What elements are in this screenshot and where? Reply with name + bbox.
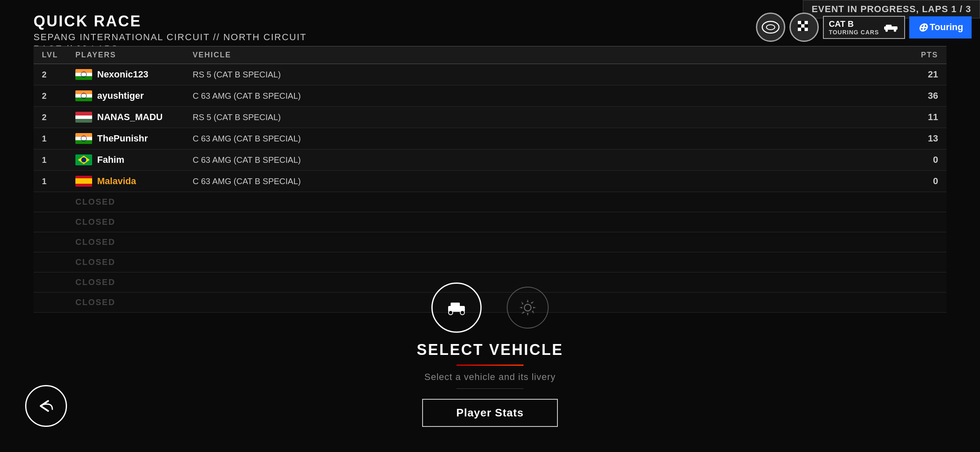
select-vehicle-label: SELECT VEHICLE: [417, 341, 563, 359]
select-livery-label: Select a vehicle and its livery: [424, 372, 555, 383]
pts-text: 0: [888, 154, 938, 165]
player-cell: Nexonic123: [75, 69, 193, 80]
race-subtitle: SEPANG INTERNATIONAL CIRCUIT // NORTH CI…: [34, 32, 307, 43]
table-row-closed: CLOSED: [34, 252, 946, 272]
header-players: PLAYERS: [75, 51, 193, 59]
svg-point-18: [460, 311, 464, 315]
svg-rect-3: [801, 21, 805, 24]
cat-b-badge: CAT B TOURING CARS: [823, 16, 905, 39]
flag-spain: [75, 176, 92, 187]
table-row-closed: CLOSED: [34, 232, 946, 252]
row-lvl: 1: [42, 155, 75, 165]
row-lvl: 2: [42, 70, 75, 80]
svg-point-13: [885, 29, 888, 32]
table-row: 1 Malavida C 63 AMG (CAT B SPECIAL) 0: [34, 171, 946, 192]
flag-brazil: [75, 154, 92, 165]
svg-rect-9: [801, 28, 805, 31]
checkered-flag-icon: [789, 13, 819, 42]
player-name: NANAS_MADU: [97, 112, 162, 123]
row-lvl: 2: [42, 113, 75, 122]
cat-b-line2: TOURING CARS: [829, 29, 879, 36]
svg-rect-8: [798, 28, 801, 31]
flag-india: [75, 133, 92, 144]
top-icons-area: CAT B TOURING CARS ⊕ Touring: [756, 13, 972, 42]
pts-text: 0: [888, 176, 938, 187]
pts-text: 11: [888, 112, 938, 123]
back-button[interactable]: [25, 385, 67, 427]
vehicle-text: RS 5 (CAT B SPECIAL): [193, 70, 888, 80]
svg-point-1: [766, 25, 775, 30]
vehicle-text: C 63 AMG (CAT B SPECIAL): [193, 91, 888, 101]
closed-label: CLOSED: [75, 217, 193, 227]
svg-rect-10: [805, 28, 808, 31]
player-cell: ThePunishr: [75, 133, 193, 144]
bottom-section: SELECT VEHICLE Select a vehicle and its …: [0, 282, 980, 427]
svg-point-14: [894, 29, 896, 32]
pts-text: 13: [888, 133, 938, 144]
table-row: 2 NANAS_MADU RS 5 (CAT B SPECIAL) 11: [34, 107, 946, 128]
pts-text: 36: [888, 90, 938, 101]
flag-hungary: [75, 112, 92, 123]
svg-point-19: [524, 304, 531, 311]
select-vehicle-button[interactable]: [431, 282, 482, 333]
circuit-icon: [756, 13, 785, 42]
svg-rect-6: [801, 24, 805, 28]
svg-rect-12: [886, 25, 892, 28]
player-cell: ayushtiger: [75, 90, 193, 101]
svg-rect-16: [451, 303, 460, 308]
svg-point-17: [449, 311, 453, 315]
vehicle-underline: [456, 365, 524, 366]
vehicle-text: C 63 AMG (CAT B SPECIAL): [193, 155, 888, 165]
player-name: Fahim: [97, 154, 124, 165]
cat-b-line1: CAT B: [829, 19, 879, 29]
player-name-highlighted: Malavida: [97, 176, 136, 187]
race-title: QUICK RACE: [34, 13, 307, 30]
table-row: 1 Fahim C 63 AMG (CAT B SPECIAL) 0: [34, 149, 946, 171]
player-cell: Fahim: [75, 154, 193, 165]
row-lvl: 2: [42, 91, 75, 101]
table-row-closed: CLOSED: [34, 212, 946, 232]
header-lvl: LVL: [42, 51, 75, 59]
vehicle-text: C 63 AMG (CAT B SPECIAL): [193, 134, 888, 144]
settings-button[interactable]: [507, 287, 549, 329]
player-cell: Malavida: [75, 176, 193, 187]
table-row: 1 ThePunishr C 63 AMG (CAT B SPECIAL) 13: [34, 128, 946, 149]
svg-rect-2: [798, 21, 801, 24]
vehicle-text: C 63 AMG (CAT B SPECIAL): [193, 177, 888, 186]
pts-text: 21: [888, 69, 938, 80]
closed-label: CLOSED: [75, 197, 193, 207]
livery-underline: [456, 388, 524, 389]
touring-label: Touring: [930, 22, 963, 33]
player-name: Nexonic123: [97, 69, 148, 80]
header-vehicle: VEHICLE: [193, 51, 888, 59]
vehicle-icons: [431, 282, 549, 333]
player-name: ThePunishr: [97, 133, 148, 144]
svg-rect-4: [805, 21, 808, 24]
table-row-closed: CLOSED: [34, 192, 946, 212]
player-stats-button[interactable]: Player Stats: [422, 399, 558, 427]
touring-badge: ⊕ Touring: [909, 16, 972, 39]
table-header: LVL PLAYERS VEHICLE PTS: [34, 46, 946, 64]
flag-india: [75, 69, 92, 80]
closed-label: CLOSED: [75, 257, 193, 267]
player-table: LVL PLAYERS VEHICLE PTS 2 Nexonic123 RS …: [34, 46, 946, 313]
row-lvl: 1: [42, 134, 75, 144]
svg-rect-7: [805, 24, 808, 28]
vehicle-text: RS 5 (CAT B SPECIAL): [193, 113, 888, 122]
row-lvl: 1: [42, 177, 75, 186]
table-row: 2 ayushtiger C 63 AMG (CAT B SPECIAL) 36: [34, 85, 946, 107]
header-pts: PTS: [888, 51, 938, 59]
player-cell: NANAS_MADU: [75, 112, 193, 123]
table-row: 2 Nexonic123 RS 5 (CAT B SPECIAL) 21: [34, 64, 946, 85]
svg-point-0: [762, 21, 779, 33]
flag-india: [75, 90, 92, 101]
closed-label: CLOSED: [75, 237, 193, 247]
player-name: ayushtiger: [97, 90, 144, 101]
svg-rect-5: [798, 24, 801, 28]
